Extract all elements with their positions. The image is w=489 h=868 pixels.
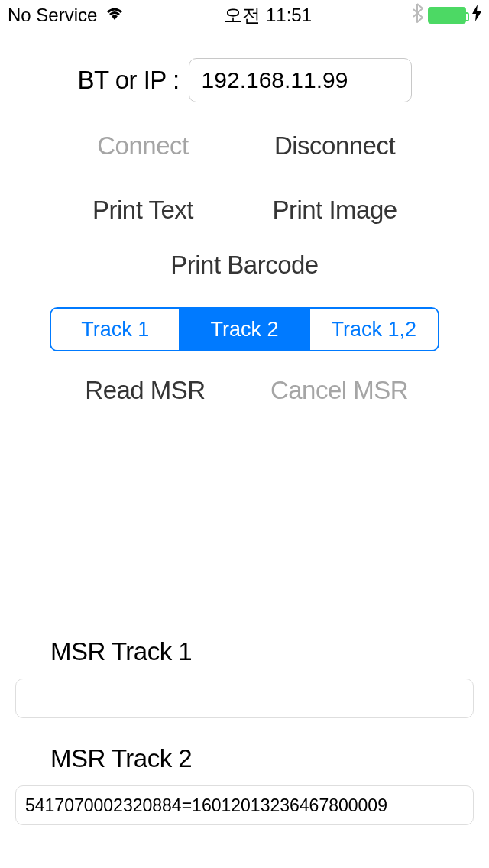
connect-button[interactable]: Connect xyxy=(53,128,233,164)
msr-track1-label: MSR Track 1 xyxy=(15,637,474,666)
segment-track1[interactable]: Track 1 xyxy=(51,309,179,350)
print-barcode-button[interactable]: Print Barcode xyxy=(164,248,324,283)
segment-track12[interactable]: Track 1,2 xyxy=(309,309,438,350)
ip-row: BT or IP : xyxy=(46,58,443,102)
connect-row: Connect Disconnect xyxy=(46,128,443,164)
segment-track2[interactable]: Track 2 xyxy=(179,309,308,350)
msr-track1-field[interactable] xyxy=(15,679,474,718)
wifi-icon xyxy=(105,5,125,26)
print-row: Print Text Print Image xyxy=(46,193,443,228)
charging-icon xyxy=(472,5,481,26)
status-right xyxy=(411,3,481,28)
service-status: No Service xyxy=(8,5,97,26)
ip-input[interactable] xyxy=(189,58,412,102)
bluetooth-icon xyxy=(411,3,423,28)
cancel-msr-button[interactable]: Cancel MSR xyxy=(240,373,439,408)
btip-label: BT or IP : xyxy=(77,66,179,95)
print-image-button[interactable]: Print Image xyxy=(233,193,436,228)
battery-icon xyxy=(428,7,466,24)
msr-track2-label: MSR Track 2 xyxy=(15,744,474,773)
track-segmented-control[interactable]: Track 1 Track 2 Track 1,2 xyxy=(50,307,439,351)
barcode-row: Print Barcode xyxy=(46,248,443,283)
msr-track2-field[interactable] xyxy=(15,785,474,825)
print-text-button[interactable]: Print Text xyxy=(53,193,233,228)
main-content: BT or IP : Connect Disconnect Print Text… xyxy=(0,31,489,408)
read-msr-button[interactable]: Read MSR xyxy=(50,373,240,408)
track-output-section: MSR Track 1 MSR Track 2 xyxy=(0,637,489,825)
msr-row: Read MSR Cancel MSR xyxy=(46,373,443,408)
status-bar: No Service 오전 11:51 xyxy=(0,0,489,31)
status-left: No Service xyxy=(8,5,125,26)
status-time: 오전 11:51 xyxy=(224,3,312,28)
disconnect-button[interactable]: Disconnect xyxy=(233,128,436,164)
